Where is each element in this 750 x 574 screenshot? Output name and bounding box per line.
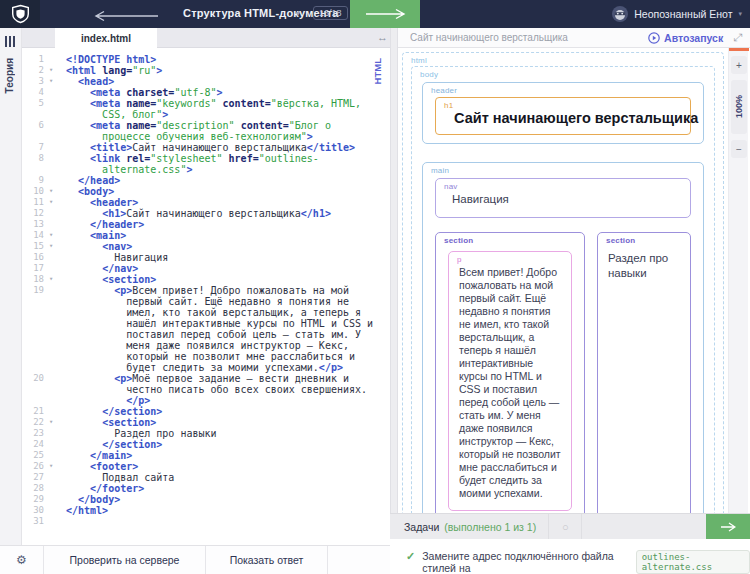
code-line-13[interactable]: 13</header> (22, 219, 390, 230)
outline-box-section-2: section Раздел про навыки (597, 232, 691, 513)
line-number: 19 (22, 285, 44, 296)
fold-marker-icon[interactable]: ▾ (49, 197, 53, 208)
code-line-7[interactable]: 7<title>Сайт начинающего верстальщика</t… (22, 142, 390, 153)
code-line-4[interactable]: 4<meta charset="utf-8"> (22, 87, 390, 98)
line-number: 25 (22, 450, 44, 461)
show-answer-button[interactable]: Показать ответ (206, 546, 328, 574)
outline-box-html: html body header h1 Сайт начинающего вер… (402, 52, 724, 513)
raccoon-avatar (612, 6, 628, 22)
code-line-14[interactable]: 14▾<main> (22, 230, 390, 241)
back-arrow-icon[interactable] (92, 8, 160, 26)
code-line-16[interactable]: 16Навигация (22, 252, 390, 263)
pane-divider[interactable] (390, 28, 398, 539)
htmlacademy-logo-icon[interactable] (0, 0, 40, 28)
task-status-icon[interactable]: ○ (548, 514, 582, 540)
code-line-28[interactable]: 28</footer> (22, 483, 390, 494)
tab-index-html[interactable]: index.html (55, 28, 157, 48)
code-line-11[interactable]: 11▾<header> (22, 197, 390, 208)
chevron-down-icon[interactable]: ▾ (296, 9, 300, 18)
code-line-2[interactable]: 2▾<html lang="ru"> (22, 65, 390, 76)
code-line-20[interactable]: 20<p>Моё первое задание — вести дневник … (22, 373, 390, 406)
code-editor[interactable]: 1<!DOCTYPE html>2▾<html lang="ru">3▾<hea… (22, 48, 390, 545)
code-line-9[interactable]: 9</head> (22, 175, 390, 186)
fold-marker-icon[interactable]: ▾ (49, 241, 53, 252)
code-line-26[interactable]: 26▾<footer> (22, 461, 390, 472)
autorun-toggle[interactable]: Автозапуск (648, 32, 723, 44)
code-line-23[interactable]: 23Раздел про навыки (22, 428, 390, 439)
code-text: </header> (66, 219, 382, 230)
fold-marker-icon[interactable]: ▾ (49, 274, 53, 285)
line-number: 29 (22, 494, 44, 505)
language-badge: HTML (372, 58, 383, 84)
sidebar-item-theory[interactable]: Теория (4, 58, 15, 93)
task-hint-row: ✓ Замените адрес подключённого файла сти… (390, 539, 750, 574)
forward-arrow-icon (364, 8, 406, 20)
code-text: <!DOCTYPE html> (66, 54, 382, 65)
user-menu[interactable]: Неопознанный Енот ▾ (612, 0, 742, 28)
fold-marker-icon[interactable]: ▾ (49, 461, 53, 472)
settings-button[interactable]: ⚙ (0, 546, 44, 574)
forward-arrow-icon (720, 522, 736, 532)
code-line-6[interactable]: 6<meta name="description" content="Блог … (22, 120, 390, 142)
code-text: <h1>Сайт начинающего верстальщика</h1> (66, 208, 382, 219)
preview-pane: html body header h1 Сайт начинающего вер… (398, 48, 750, 513)
preview-nav-text: Навигация (452, 193, 690, 205)
check-icon: ✓ (406, 550, 415, 563)
code-line-5[interactable]: 5<meta name="keywords" content="вёрстка,… (22, 98, 390, 120)
code-line-10[interactable]: 10▾<body> (22, 186, 390, 197)
line-number: 26 (22, 461, 44, 472)
fullscreen-icon[interactable]: ⤢ (733, 31, 742, 44)
code-text: <section> (66, 417, 382, 428)
code-line-17[interactable]: 17</nav> (22, 263, 390, 274)
next-task-button[interactable] (350, 0, 420, 28)
fold-marker-icon[interactable]: ▾ (49, 65, 53, 76)
line-number: 11 (22, 197, 44, 208)
check-server-button[interactable]: Проверить на сервере (44, 546, 206, 574)
resize-handle-icon[interactable]: ↔ (377, 31, 388, 43)
code-text: <link rel="stylesheet" href="outlines-al… (66, 153, 382, 175)
zoom-out-button[interactable]: − (731, 140, 747, 158)
code-line-24[interactable]: 24</section> (22, 439, 390, 450)
code-text: <meta name="description" content="Блог о… (66, 120, 382, 142)
tasks-done-count: (выполнено 1 из 1) (444, 521, 536, 533)
code-line-25[interactable]: 25</main> (22, 450, 390, 461)
code-text: <section> (66, 274, 382, 285)
code-line-31[interactable]: 31 (22, 516, 390, 527)
outline-box-main: main nav Навигация section p Всем привет… (422, 162, 704, 513)
line-number: 5 (22, 98, 44, 109)
zoom-in-button[interactable]: + (731, 56, 747, 74)
line-number: 30 (22, 505, 44, 516)
code-line-3[interactable]: 3▾<head> (22, 76, 390, 87)
code-text: <header> (66, 197, 382, 208)
tasks-next-button[interactable] (706, 514, 750, 540)
code-line-18[interactable]: 18▾<section> (22, 274, 390, 285)
code-line-30[interactable]: 30</html> (22, 505, 390, 516)
code-text: <meta charset="utf-8"> (66, 87, 382, 98)
fold-marker-icon[interactable]: ▾ (49, 76, 53, 87)
code-line-27[interactable]: 27Подвал сайта (22, 472, 390, 483)
line-number: 27 (22, 472, 44, 483)
hamburger-menu-icon[interactable] (5, 36, 15, 47)
fold-marker-icon[interactable]: ▾ (49, 230, 53, 241)
code-text: <title>Сайт начинающего верстальщика</ti… (66, 142, 382, 153)
code-line-1[interactable]: 1<!DOCTYPE html> (22, 54, 390, 65)
code-text: </body> (66, 494, 382, 505)
line-number: 17 (22, 263, 44, 274)
code-line-8[interactable]: 8<link rel="stylesheet" href="outlines-a… (22, 153, 390, 175)
code-line-22[interactable]: 22▾<section> (22, 417, 390, 428)
code-line-15[interactable]: 15▾<nav> (22, 241, 390, 252)
fold-marker-icon[interactable]: ▾ (49, 417, 53, 428)
line-number: 24 (22, 439, 44, 450)
code-line-12[interactable]: 12<h1>Сайт начинающего верстальщика</h1> (22, 208, 390, 219)
code-text: <body> (66, 186, 382, 197)
code-line-19[interactable]: 19<p>Всем привет! Добро пожаловать на мо… (22, 285, 390, 373)
outline-box-header: header h1 Сайт начинающего верстальщика (422, 82, 704, 144)
code-text: </html> (66, 505, 382, 516)
task-hint-text: Замените адрес подключённого файла стиле… (422, 550, 630, 574)
line-number: 7 (22, 142, 44, 153)
code-line-29[interactable]: 29</body> (22, 494, 390, 505)
code-text: <html lang="ru"> (66, 65, 382, 76)
code-line-21[interactable]: 21</section> (22, 406, 390, 417)
preview-header: Сайт начинающего верстальщика Автозапуск… (398, 28, 750, 48)
fold-marker-icon[interactable]: ▾ (49, 186, 53, 197)
